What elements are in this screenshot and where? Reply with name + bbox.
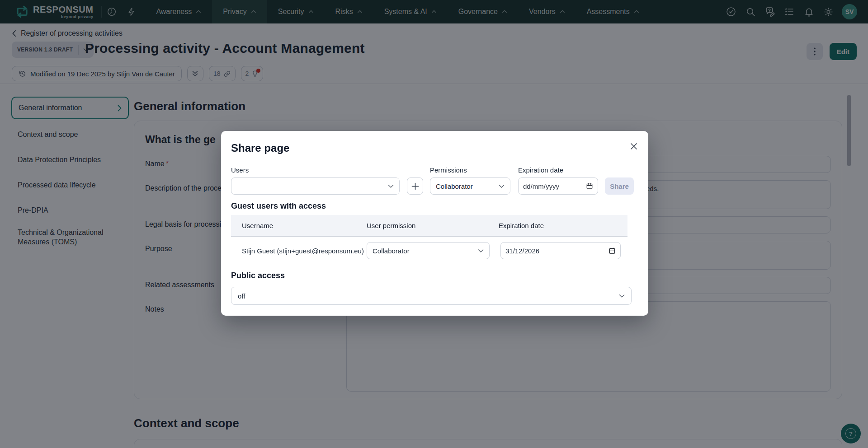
modal-title: Share page — [231, 142, 289, 154]
guest-permission-select[interactable]: Collaborator — [367, 242, 490, 259]
chevron-down-icon — [499, 184, 505, 188]
table-header-row: Username User permission Expiration date — [231, 215, 627, 237]
guest-expiration-date-input[interactable] — [500, 242, 621, 259]
expiration-label: Expiration date — [518, 166, 563, 174]
permissions-select-value: Collaborator — [436, 182, 473, 190]
public-access-heading: Public access — [231, 271, 285, 280]
public-access-select[interactable]: off — [231, 287, 632, 305]
permissions-select[interactable]: Collaborator — [430, 177, 510, 195]
guest-users-heading: Guest users with access — [231, 201, 326, 211]
guest-expiration-date-field[interactable] — [505, 247, 606, 255]
add-user-button[interactable] — [407, 177, 423, 195]
chevron-down-icon — [388, 184, 394, 188]
guest-username: Stijn Guest (stijn+guest@responsum.eu) — [242, 247, 364, 255]
close-icon[interactable] — [630, 143, 637, 150]
column-header-expiration-date: Expiration date — [499, 222, 544, 229]
calendar-icon — [586, 182, 593, 190]
users-select[interactable] — [231, 177, 400, 195]
expiration-date-field[interactable] — [523, 182, 583, 190]
users-label: Users — [231, 166, 249, 174]
chevron-down-icon — [478, 249, 484, 253]
share-page-modal: Share page Users Permissions Expiration … — [221, 131, 648, 316]
guest-users-table: Username User permission Expiration date… — [231, 215, 627, 265]
share-button[interactable]: Share — [605, 177, 634, 195]
guest-permission-value: Collaborator — [373, 247, 410, 255]
column-header-user-permission: User permission — [367, 222, 415, 229]
plus-icon — [411, 182, 419, 190]
chevron-down-icon — [619, 294, 625, 298]
public-access-value: off — [238, 292, 245, 300]
table-row: Stijn Guest (stijn+guest@responsum.eu) C… — [231, 237, 627, 265]
permissions-label: Permissions — [430, 166, 467, 174]
expiration-date-input[interactable] — [518, 177, 598, 195]
column-header-username: Username — [242, 222, 273, 229]
calendar-icon — [609, 247, 616, 254]
